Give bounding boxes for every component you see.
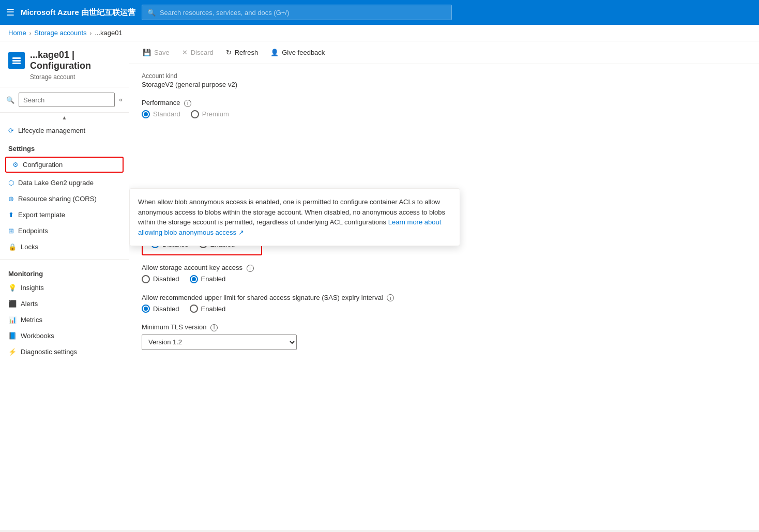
sas-radio-group: Disabled Enabled <box>142 305 747 313</box>
breadcrumb-home[interactable]: Home <box>8 29 26 37</box>
sidebar-item-alerts[interactable]: ⬛ Alerts <box>0 296 129 312</box>
sidebar-item-metrics[interactable]: 📊 Metrics <box>0 312 129 328</box>
feedback-icon: 👤 <box>270 49 279 56</box>
sidebar-item-endpoints-label: Endpoints <box>18 227 48 235</box>
sas-enabled-option[interactable]: Enabled <box>190 305 226 313</box>
sidebar-item-configuration-label: Configuration <box>23 161 63 169</box>
sidebar-search-container: 🔍 « <box>0 87 129 113</box>
sidebar-item-datalake-label: Data Lake Gen2 upgrade <box>18 179 94 187</box>
performance-premium-radio[interactable] <box>191 110 199 118</box>
resource-header: ...kage01 | Configuration Storage accoun… <box>0 41 129 87</box>
workbooks-icon: 📘 <box>8 332 17 340</box>
alerts-icon: ⬛ <box>8 300 17 308</box>
locks-icon: 🔒 <box>8 243 17 251</box>
sidebar: ...kage01 | Configuration Storage accoun… <box>0 41 129 530</box>
sidebar-search-input[interactable] <box>19 93 115 107</box>
sas-disabled-label: Disabled <box>153 305 179 313</box>
lifecycle-icon: ⟳ <box>8 127 14 134</box>
svg-rect-1 <box>12 60 21 62</box>
performance-premium-option[interactable]: Premium <box>191 110 229 118</box>
scroll-up-indicator[interactable]: ▲ <box>0 113 129 123</box>
sidebar-item-cors[interactable]: ⊕ Resource sharing (CORS) <box>0 191 129 207</box>
refresh-button[interactable]: ↻ Refresh <box>221 45 264 59</box>
account-kind-section: Account kind StorageV2 (general purpose … <box>142 72 747 88</box>
sidebar-item-locks[interactable]: 🔒 Locks <box>0 239 129 255</box>
configuration-icon: ⚙ <box>12 161 19 169</box>
collapse-sidebar-button[interactable]: « <box>119 94 123 106</box>
endpoints-icon: ⊞ <box>8 227 14 235</box>
breadcrumb-sep-2: › <box>90 30 92 36</box>
performance-info-icon[interactable]: i <box>184 100 191 107</box>
sas-enabled-radio[interactable] <box>190 305 198 313</box>
tls-label: Minimum TLS version i <box>142 323 747 331</box>
key-enabled-radio[interactable] <box>190 275 198 283</box>
sidebar-item-datalake[interactable]: ⬡ Data Lake Gen2 upgrade <box>0 175 129 191</box>
toolbar: 💾 Save ✕ Discard ↻ Refresh 👤 Give feedba… <box>129 41 759 64</box>
save-icon: 💾 <box>143 49 151 56</box>
sidebar-item-locks-label: Locks <box>21 243 38 251</box>
global-search-bar[interactable]: 🔍 Search resources, services, and docs (… <box>142 5 452 20</box>
breadcrumb-storage-accounts[interactable]: Storage accounts <box>34 29 86 37</box>
sidebar-item-insights-label: Insights <box>21 284 44 292</box>
sidebar-item-insights[interactable]: 💡 Insights <box>0 280 129 296</box>
insights-icon: 💡 <box>8 284 17 292</box>
sidebar-item-configuration-container[interactable]: ⚙ Configuration <box>0 155 129 175</box>
svg-rect-2 <box>12 63 21 64</box>
sas-info-icon[interactable]: i <box>387 294 394 301</box>
performance-standard-radio[interactable] <box>142 110 150 118</box>
external-link-icon: ↗ <box>238 229 244 236</box>
key-access-section: Allow storage account key access i Disab… <box>142 264 747 283</box>
sidebar-item-export[interactable]: ⬆ Export template <box>0 207 129 223</box>
main-layout: ...kage01 | Configuration Storage accoun… <box>0 41 759 530</box>
datalake-icon: ⬡ <box>8 179 14 187</box>
sas-disabled-option[interactable]: Disabled <box>142 305 179 313</box>
brand-name: Microsoft Azure 由世纪互联运营 <box>21 8 135 18</box>
sidebar-item-workbooks-label: Workbooks <box>21 332 54 340</box>
discard-icon: ✕ <box>182 49 188 56</box>
sidebar-item-diagnostic-label: Diagnostic settings <box>21 348 77 356</box>
key-access-info-icon[interactable]: i <box>247 265 254 272</box>
blob-access-tooltip: When allow blob anonymous access is enab… <box>129 188 460 246</box>
account-kind-label: Account kind <box>142 72 747 80</box>
sidebar-item-cors-label: Resource sharing (CORS) <box>18 195 97 203</box>
feedback-button[interactable]: 👤 Give feedback <box>265 45 330 59</box>
hamburger-menu[interactable]: ☰ <box>6 7 14 18</box>
resource-title-row: ...kage01 | Configuration <box>8 50 120 71</box>
tls-info-icon[interactable]: i <box>210 324 218 331</box>
metrics-icon: 📊 <box>8 316 17 324</box>
key-disabled-radio[interactable] <box>142 275 150 283</box>
breadcrumb: Home › Storage accounts › ...kage01 <box>0 25 759 41</box>
export-icon: ⬆ <box>8 211 14 219</box>
sidebar-item-lifecycle[interactable]: ⟳ Lifecycle management <box>0 123 129 139</box>
save-button[interactable]: 💾 Save <box>138 45 175 59</box>
resource-subtitle: Storage account <box>8 73 120 81</box>
key-disabled-option[interactable]: Disabled <box>142 275 179 283</box>
key-access-radio-group: Disabled Enabled <box>142 275 747 283</box>
tls-version-select[interactable]: Version 1.2 <box>142 335 297 350</box>
performance-section: Performance i Standard Premium <box>142 99 747 118</box>
search-icon: 🔍 <box>147 9 156 17</box>
sidebar-item-diagnostic[interactable]: ⚡ Diagnostic settings <box>0 344 129 360</box>
svg-rect-0 <box>12 57 21 59</box>
sidebar-item-workbooks[interactable]: 📘 Workbooks <box>0 328 129 344</box>
sidebar-item-endpoints[interactable]: ⊞ Endpoints <box>0 223 129 239</box>
content-scroll: Account kind StorageV2 (general purpose … <box>129 64 759 530</box>
save-label: Save <box>154 49 170 56</box>
sas-disabled-radio[interactable] <box>142 305 150 313</box>
key-disabled-label: Disabled <box>153 275 179 283</box>
monitoring-section-header: Monitoring <box>0 264 129 280</box>
breadcrumb-sep-1: › <box>29 30 32 36</box>
sas-enabled-label: Enabled <box>201 305 226 313</box>
key-enabled-option[interactable]: Enabled <box>190 275 226 283</box>
nav-divider-monitoring <box>0 259 129 260</box>
discard-button[interactable]: ✕ Discard <box>177 45 219 59</box>
performance-label: Performance i <box>142 99 747 107</box>
performance-standard-label: Standard <box>153 110 180 118</box>
performance-standard-option[interactable]: Standard <box>142 110 180 118</box>
global-search-placeholder: Search resources, services, and docs (G+… <box>160 9 289 17</box>
sidebar-item-configuration[interactable]: ⚙ Configuration <box>5 157 124 173</box>
resource-title: ...kage01 | Configuration <box>30 50 120 71</box>
key-access-label: Allow storage account key access i <box>142 264 747 272</box>
discard-label: Discard <box>191 49 214 56</box>
account-kind-value: StorageV2 (general purpose v2) <box>142 81 747 88</box>
